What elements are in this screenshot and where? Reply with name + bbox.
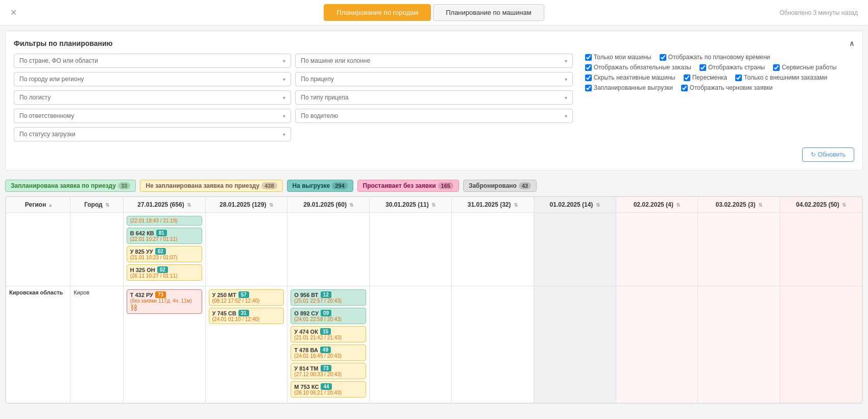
header-date-7[interactable]: 03.02.2025 (3) ⇅ [698, 197, 780, 213]
vehicle-card[interactable]: У 474 ОК 15 (21.01 21:42 / 21:43) [291, 326, 366, 342]
vehicle-card[interactable]: У 745 СВ 31 (24.01 01:10 / 12:40) [209, 308, 284, 324]
chevron-down-icon: ▾ [565, 113, 567, 119]
main-table-container: Регион ▴ Город ⇅ 27.01.2025 (656) ⇅ 28.0… [5, 196, 863, 404]
filter-country[interactable]: По стране, ФО или области ▾ [14, 54, 291, 68]
sort-icon: ⇅ [676, 202, 680, 208]
checkbox-external-orders[interactable]: Только с внешними заказами [735, 74, 827, 81]
header-date-4[interactable]: 31.01.2025 (32) ⇅ [451, 197, 534, 213]
card-number: У 745 СВ [212, 310, 236, 316]
legend-not-planned: Не запланирована заявка по приезду 438 [140, 180, 282, 192]
tab-machines[interactable]: Планирование по машинам [433, 4, 544, 21]
cell-region [6, 213, 70, 286]
sort-icon: ▴ [49, 202, 52, 208]
close-button[interactable]: ✕ [10, 8, 17, 17]
sort-icon: ⇅ [187, 202, 191, 208]
vehicle-card[interactable]: В 642 КВ 81 (22.01 10:27 / 01:11) [127, 228, 202, 244]
cell-date-4 [451, 213, 534, 286]
cell-date-8 [780, 213, 862, 286]
checkbox-planned-unloading[interactable]: Запланированные выгрузки [585, 84, 673, 91]
filter-driver[interactable]: По водителю ▾ [295, 109, 572, 123]
link-icon[interactable]: ⛓ [130, 304, 199, 312]
card-badge: 15 [320, 328, 331, 335]
sort-icon: ⇅ [596, 202, 600, 208]
card-badge: 02 [157, 266, 168, 273]
filter-right: Только мои машины Отображать по плановом… [577, 54, 854, 141]
card-number: О 956 ВТ [294, 292, 318, 298]
filter-mid: По машине или колонне ▾ По прицепу ▾ По … [295, 54, 572, 141]
chevron-down-icon: ▾ [283, 58, 285, 64]
vehicle-card[interactable]: У 825 УУ 02 (21.01 10:23 / 01:07) [127, 246, 202, 262]
sort-icon: ⇅ [105, 202, 109, 208]
filter-machine[interactable]: По машине или колонне ▾ [295, 54, 572, 68]
cell-date-5 [534, 286, 616, 403]
header-date-3[interactable]: 30.01.2025 (11) ⇅ [370, 197, 452, 213]
header-region[interactable]: Регион ▴ [6, 197, 70, 213]
filter-machine-label: По машине или колонне [301, 57, 370, 64]
planning-table: Регион ▴ Город ⇅ 27.01.2025 (656) ⇅ 28.0… [6, 196, 862, 403]
filter-city-label: По городу или региону [19, 76, 84, 83]
checkbox-hide-inactive[interactable]: Скрыть неактивные машины [585, 74, 676, 81]
legend-idle: Простаивает без заявки 165 [357, 180, 459, 192]
tab-cities[interactable]: Планирование по городам [324, 4, 431, 21]
table-row: Кировская область Киров Т 432 РУ 73 (без… [6, 286, 862, 403]
card-number: О 892 СУ [294, 310, 319, 316]
card-number: У 814 ТМ [294, 365, 318, 372]
cell-date-6 [616, 286, 698, 403]
header-city[interactable]: Город ⇅ [70, 197, 123, 213]
vehicle-card[interactable]: О 956 ВТ 12 (25.01 22:57 / 20:43) [291, 289, 366, 306]
card-time: (26.10 06:21 / 20:43) [294, 390, 363, 396]
collapse-icon[interactable]: ∧ [849, 39, 854, 47]
card-badge: 81 [156, 230, 167, 236]
vehicle-card[interactable]: У 814 ТМ 73 (27.12 00:33 / 20:43) [291, 363, 366, 379]
header-date-0[interactable]: 27.01.2025 (656) ⇅ [123, 197, 205, 213]
filters-panel: Фильтры по планированию ∧ По стране, ФО … [5, 31, 863, 170]
checkbox-mandatory-orders[interactable]: Отображать обязательные заказы [585, 64, 691, 71]
legend-reserved: Забронировано 43 [463, 180, 537, 192]
sort-icon: ⇅ [514, 202, 518, 208]
refresh-button[interactable]: ↻ Обновить [802, 147, 854, 162]
tab-group: Планирование по городам Планирование по … [324, 4, 544, 21]
filter-responsible[interactable]: По ответственному ▾ [14, 109, 291, 123]
vehicle-card[interactable]: Т 478 ВА 49 (24.01 16:45 / 20:43) [291, 344, 366, 361]
checkbox-draft[interactable]: Отображать черновик заявки [681, 84, 773, 91]
header-date-2[interactable]: 29.01.2025 (60) ⇅ [287, 197, 370, 213]
cell-date-0: Т 432 РУ 73 (без заявки 117д. 4ч. 11м) ⛓ [123, 286, 205, 403]
legend-bar: Запланирована заявка по приезду 33 Не за… [0, 176, 868, 196]
checkbox-service-works[interactable]: Сервисные работы [773, 64, 836, 71]
checkbox-plan-time[interactable]: Отображать по плановому времени [660, 54, 770, 61]
filter-trailer-type[interactable]: По типу прицепа ▾ [295, 90, 572, 105]
checkbox-shift-change[interactable]: Пересменка [684, 74, 727, 81]
cell-date-8 [780, 286, 862, 403]
card-number: У 825 УУ [130, 249, 153, 255]
vehicle-card[interactable]: М 753 КС 44 (26.10 06:21 / 20:43) [291, 381, 366, 398]
vehicle-card[interactable]: Н 325 ОН 02 (26.11 10:27 / 01:11) [127, 264, 202, 281]
header-date-5[interactable]: 01.02.2025 (14) ⇅ [534, 197, 616, 213]
card-time: (27.12 00:33 / 20:43) [294, 372, 363, 377]
filter-logist[interactable]: По логисту ▾ [14, 90, 291, 105]
legend-planned-count: 33 [118, 182, 130, 189]
legend-not-planned-label: Не запланирована заявка по приезду [146, 182, 259, 189]
legend-reserved-count: 43 [519, 182, 531, 189]
filter-trailer[interactable]: По прицепу ▾ [295, 72, 572, 86]
filters-grid: По стране, ФО или области ▾ По городу ил… [14, 54, 854, 141]
vehicle-card[interactable]: Т 432 РУ 73 (без заявки 117д. 4ч. 11м) ⛓ [127, 289, 202, 314]
card-time: (без заявки 117д. 4ч. 11м) [130, 298, 199, 304]
legend-planned-label: Запланирована заявка по приезду [11, 182, 116, 189]
header-date-1[interactable]: 28.01.2025 (129) ⇅ [205, 197, 287, 213]
card-badge: 02 [155, 248, 166, 255]
header-date-6[interactable]: 02.02.2025 (4) ⇅ [616, 197, 698, 213]
filter-responsible-label: По ответственному [19, 112, 74, 119]
card-time: (26.11 10:27 / 01:11) [130, 273, 199, 279]
card-badge: 31 [238, 310, 249, 316]
checkbox-show-countries[interactable]: Отображать страны [700, 64, 765, 71]
filter-load-status[interactable]: По статусу загрузки ▾ [14, 127, 291, 141]
vehicle-card[interactable]: У 250 МТ 57 (08.12 17:52 / 12:40) [209, 289, 284, 306]
checkbox-my-machines[interactable]: Только мои машины [585, 54, 652, 61]
filter-city[interactable]: По городу или региону ▾ [14, 72, 291, 86]
filter-logist-label: По логисту [19, 94, 51, 101]
header-date-8[interactable]: 04.02.2025 (50) ⇅ [780, 197, 862, 213]
vehicle-card[interactable]: (22.01 18:43 / 21:19) [127, 216, 202, 226]
card-number: У 474 ОК [294, 329, 318, 335]
card-badge: 73 [155, 291, 166, 298]
vehicle-card[interactable]: О 892 СУ 09 (24.01 22:58 / 20:43) [291, 308, 366, 324]
